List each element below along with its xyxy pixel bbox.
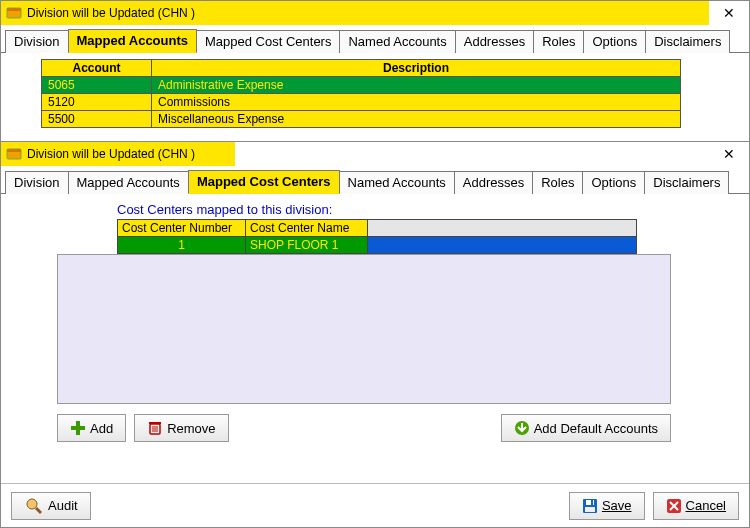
tab-addresses[interactable]: Addresses (454, 171, 533, 194)
tab-mapped-accounts[interactable]: Mapped Accounts (68, 29, 197, 53)
col-cc-number[interactable]: Cost Center Number (118, 220, 246, 237)
cost-centers-caption: Cost Centers mapped to this division: (117, 202, 739, 217)
plus-icon (70, 420, 86, 436)
svg-rect-1 (7, 8, 21, 11)
svg-rect-17 (585, 507, 595, 512)
bottom-bar: Audit Save Cancel (1, 483, 749, 527)
add-label: Add (90, 421, 113, 436)
back-window-title: Division will be Updated (CHN ) (27, 6, 195, 20)
remove-button[interactable]: Remove (134, 414, 228, 442)
col-account[interactable]: Account (42, 60, 152, 77)
tab-options[interactable]: Options (582, 171, 645, 194)
trash-icon (147, 420, 163, 436)
svg-point-12 (27, 499, 37, 509)
tab-mapped-cost-centers[interactable]: Mapped Cost Centers (188, 170, 340, 194)
svg-rect-16 (591, 500, 593, 505)
audit-label: Audit (48, 498, 78, 513)
action-row: Add Remove Add Default Accounts (57, 414, 671, 442)
add-button[interactable]: Add (57, 414, 126, 442)
cancel-button[interactable]: Cancel (653, 492, 739, 520)
add-default-label: Add Default Accounts (534, 421, 658, 436)
col-cc-name[interactable]: Cost Center Name (246, 220, 368, 237)
svg-rect-7 (149, 422, 161, 424)
front-close-button[interactable]: ✕ (709, 142, 749, 166)
tab-disclaimers[interactable]: Disclaimers (645, 30, 730, 53)
table-row[interactable]: 1 SHOP FLOOR 1 (118, 237, 637, 254)
cost-centers-grid[interactable]: Cost Center Number Cost Center Name 1 SH… (117, 219, 637, 254)
cancel-icon (666, 498, 682, 514)
back-tabbar: Division Mapped Accounts Mapped Cost Cen… (1, 25, 749, 53)
table-row[interactable]: 5120 Commissions (42, 94, 681, 111)
tab-mapped-cost-centers[interactable]: Mapped Cost Centers (196, 30, 340, 53)
tab-roles[interactable]: Roles (533, 30, 584, 53)
svg-line-13 (36, 508, 41, 513)
front-titlebar: Division will be Updated (CHN ) (1, 142, 235, 166)
tab-roles[interactable]: Roles (532, 171, 583, 194)
tab-named-accounts[interactable]: Named Accounts (339, 171, 455, 194)
tab-division[interactable]: Division (5, 171, 69, 194)
col-blank (368, 220, 637, 237)
tab-addresses[interactable]: Addresses (455, 30, 534, 53)
front-window-title: Division will be Updated (CHN ) (27, 147, 195, 161)
cancel-label: Cancel (686, 498, 726, 513)
front-window: Division will be Updated (CHN ) ✕ Divisi… (1, 141, 749, 527)
table-row[interactable]: 5065 Administrative Expense (42, 77, 681, 94)
save-label: Save (602, 498, 632, 513)
tab-options[interactable]: Options (583, 30, 646, 53)
remove-label: Remove (167, 421, 215, 436)
front-tabbar: Division Mapped Accounts Mapped Cost Cen… (1, 166, 749, 194)
tab-mapped-accounts[interactable]: Mapped Accounts (68, 171, 189, 194)
tab-disclaimers[interactable]: Disclaimers (644, 171, 729, 194)
svg-rect-3 (7, 149, 21, 152)
download-icon (514, 420, 530, 436)
save-button[interactable]: Save (569, 492, 645, 520)
back-titlebar: Division will be Updated (CHN ) ✕ (1, 1, 749, 25)
audit-icon (24, 496, 44, 516)
table-row[interactable]: 5500 Miscellaneous Expense (42, 111, 681, 128)
cost-centers-empty-area[interactable] (57, 254, 671, 404)
svg-rect-5 (71, 426, 85, 430)
tab-division[interactable]: Division (5, 30, 69, 53)
audit-button[interactable]: Audit (11, 492, 91, 520)
back-close-button[interactable]: ✕ (709, 1, 749, 25)
add-default-accounts-button[interactable]: Add Default Accounts (501, 414, 671, 442)
app-icon (5, 4, 23, 22)
save-icon (582, 498, 598, 514)
accounts-grid[interactable]: Account Description 5065 Administrative … (41, 59, 741, 128)
app-icon (5, 145, 23, 163)
tab-named-accounts[interactable]: Named Accounts (339, 30, 455, 53)
col-description[interactable]: Description (152, 60, 681, 77)
